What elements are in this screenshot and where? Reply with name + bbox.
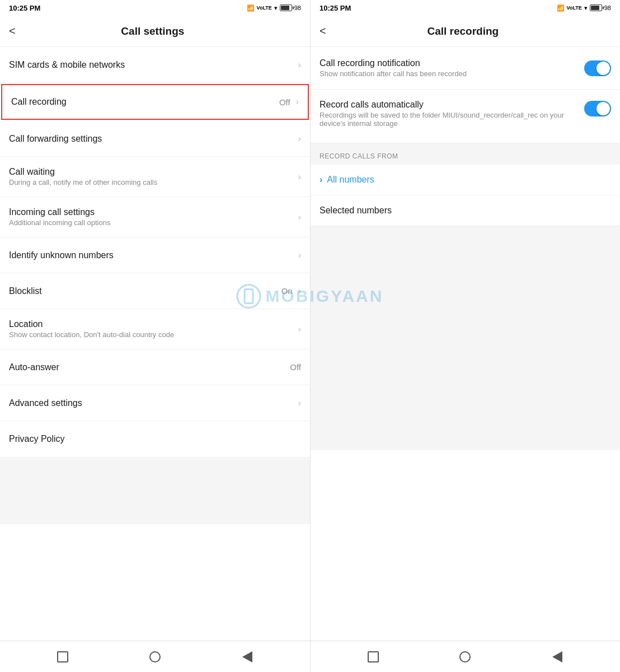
location-item[interactable]: Location Show contact location, Don't au… [0, 309, 310, 349]
right-settings-list: Call recording notification Show notific… [311, 47, 620, 641]
blocklist-item[interactable]: Blocklist On › [0, 273, 310, 309]
incoming-call-chevron: › [298, 212, 301, 222]
sim-cards-chevron: › [298, 60, 301, 70]
left-status-bar: 10:25 PM 📶 VoLTE ▾ 98 [0, 0, 310, 16]
sim-cards-item[interactable]: SIM cards & mobile networks › [0, 47, 310, 83]
incoming-call-subtitle: Additional incoming call options [9, 218, 296, 227]
sim-cards-title: SIM cards & mobile networks [9, 60, 296, 70]
incoming-call-title: Incoming call settings [9, 207, 296, 217]
left-header: < Call settings [0, 16, 310, 47]
right-nav [310, 641, 620, 672]
auto-record-title: Record calls automatically [320, 100, 584, 110]
left-back-nav-button[interactable] [239, 649, 255, 665]
left-gray-area [0, 457, 310, 524]
left-battery-icon [280, 4, 292, 11]
right-triangle-icon [552, 651, 562, 662]
call-forwarding-chevron: › [298, 134, 301, 144]
right-lte-icon: VoLTE [567, 5, 582, 11]
auto-answer-value: Off [290, 362, 301, 372]
notification-title: Call recording notification [320, 58, 584, 68]
auto-record-toggle[interactable] [584, 101, 611, 116]
call-waiting-subtitle: During a call, notify me of other incomi… [9, 178, 296, 186]
right-circle-icon [459, 651, 471, 662]
auto-record-subtitle: Recordings will be saved to the folder M… [320, 111, 584, 128]
call-recording-item[interactable]: Call recording Off › [1, 84, 309, 120]
call-forwarding-title: Call forwarding settings [9, 134, 296, 144]
identify-unknown-title: Identify unknown numbers [9, 250, 296, 260]
bottom-nav [0, 641, 620, 672]
call-recording-title: Call recording [11, 97, 279, 107]
left-panel: SIM cards & mobile networks › Call recor… [0, 47, 310, 641]
left-status-icons: 📶 VoLTE ▾ 98 [247, 4, 301, 12]
advanced-settings-item[interactable]: Advanced settings › [0, 385, 310, 421]
left-triangle-icon [242, 651, 252, 662]
right-home-button[interactable] [457, 649, 473, 665]
right-panel: Call recording notification Show notific… [310, 47, 620, 641]
wifi-icon: ▾ [274, 4, 278, 12]
left-settings-list: SIM cards & mobile networks › Call recor… [0, 47, 310, 641]
notification-toggle[interactable] [584, 60, 611, 76]
right-status-bar: 10:25 PM 📶 VoLTE ▾ 98 [310, 0, 620, 16]
left-nav [0, 641, 310, 672]
right-status-icons: 📶 VoLTE ▾ 98 [557, 4, 611, 12]
identify-unknown-chevron: › [298, 250, 301, 260]
left-back-button[interactable]: < [9, 25, 16, 38]
call-recording-chevron: › [296, 97, 299, 107]
blocklist-title: Blocklist [9, 286, 281, 296]
auto-record-item[interactable]: Record calls automatically Recordings wi… [311, 90, 620, 143]
right-battery-icon [590, 4, 602, 11]
location-title: Location [9, 319, 296, 329]
all-numbers-chevron: › [320, 175, 322, 185]
all-numbers-option[interactable]: › All numbers [311, 165, 620, 195]
selected-numbers-label: Selected numbers [320, 206, 392, 216]
record-calls-from-label: RECORD CALLS FROM [311, 143, 620, 165]
right-back-button[interactable]: < [320, 25, 326, 38]
identify-unknown-item[interactable]: Identify unknown numbers › [0, 237, 310, 273]
advanced-settings-chevron: › [298, 398, 301, 408]
right-gray-area [311, 226, 620, 450]
signal-icon: 📶 [247, 4, 255, 12]
call-waiting-item[interactable]: Call waiting During a call, notify me of… [0, 157, 310, 197]
call-recording-value: Off [279, 97, 290, 107]
call-waiting-chevron: › [298, 172, 301, 182]
notification-subtitle: Show notification after call has been re… [320, 69, 584, 78]
privacy-policy-item[interactable]: Privacy Policy [0, 421, 310, 457]
incoming-call-item[interactable]: Incoming call settings Additional incomi… [0, 197, 310, 237]
advanced-settings-title: Advanced settings [9, 398, 296, 408]
left-battery-level: 98 [294, 4, 301, 11]
right-time: 10:25 PM [320, 4, 351, 12]
privacy-policy-title: Privacy Policy [9, 434, 301, 444]
lte-icon: VoLTE [257, 5, 272, 11]
right-battery-level: 98 [604, 4, 611, 11]
auto-answer-title: Auto-answer [9, 362, 290, 372]
location-subtitle: Show contact location, Don't auto-dial c… [9, 330, 296, 339]
left-header-title: Call settings [25, 25, 281, 38]
right-back-nav-button[interactable] [549, 649, 565, 665]
auto-answer-item[interactable]: Auto-answer Off [0, 349, 310, 385]
all-numbers-label: All numbers [327, 175, 374, 185]
right-recents-button[interactable] [365, 649, 381, 665]
left-home-button[interactable] [147, 649, 163, 665]
call-forwarding-item[interactable]: Call forwarding settings › [0, 121, 310, 157]
location-chevron: › [298, 324, 301, 334]
right-square-icon [368, 651, 379, 662]
right-signal-icon: 📶 [557, 4, 565, 12]
right-header-title: Call recording [335, 25, 591, 38]
left-square-icon [57, 651, 68, 662]
selected-numbers-option[interactable]: Selected numbers [311, 195, 620, 226]
call-waiting-title: Call waiting [9, 167, 296, 177]
blocklist-value: On [281, 286, 293, 296]
right-header: < Call recording [310, 16, 620, 47]
left-circle-icon [149, 651, 161, 662]
blocklist-chevron: › [298, 286, 301, 296]
right-wifi-icon: ▾ [584, 4, 588, 12]
left-recents-button[interactable] [55, 649, 71, 665]
call-recording-notification-item[interactable]: Call recording notification Show notific… [311, 47, 620, 90]
left-time: 10:25 PM [9, 4, 40, 12]
